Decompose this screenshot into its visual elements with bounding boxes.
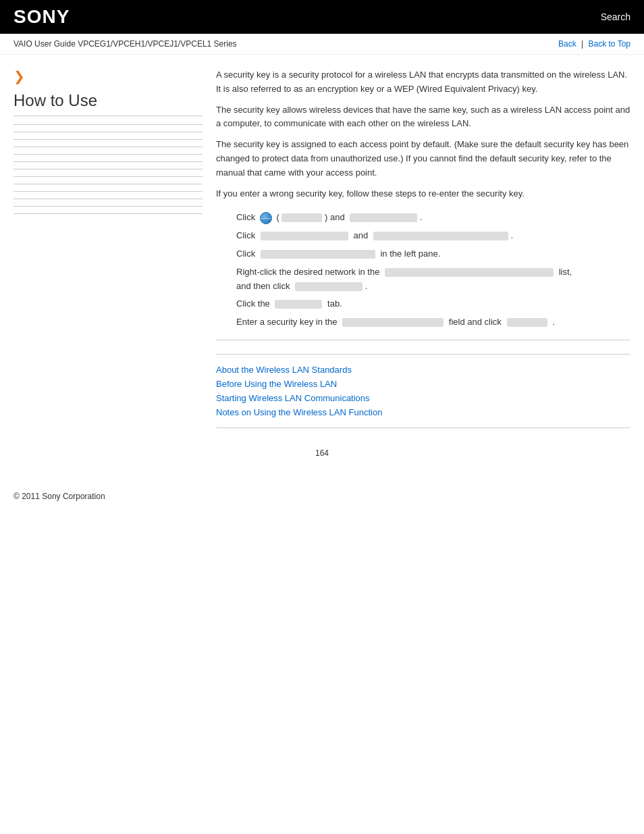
step-1-period: . [420,212,423,222]
step-5-click: Click the [236,298,270,309]
search-button[interactable]: Search [601,11,630,22]
paragraph-2: The security key allows wireless devices… [216,103,630,132]
related-link-1[interactable]: About the Wireless LAN Standards [216,365,630,375]
related-link-3[interactable]: Starting Wireless LAN Communications [216,393,630,403]
step-1-blur-2 [350,213,417,222]
sidebar-divider-5 [14,154,203,155]
step-4-b: and then click [236,281,290,291]
sony-logo: SONY [14,6,70,28]
step-2-blur-1 [261,232,348,240]
step-4-text: Right-click the desired network in the l… [236,265,630,294]
nav-links: Back | Back to Top [558,39,630,49]
step-2-click: Click [236,230,255,240]
step-2-blur-2 [373,232,508,240]
breadcrumb-bar: VAIO User Guide VPCEG1/VPCEH1/VPCEJ1/VPC… [0,34,644,55]
step-4-blur-1 [385,268,554,277]
sidebar-divider-13 [14,213,203,214]
step-1-paren: ( [276,212,279,222]
sidebar-divider-3 [14,139,203,140]
step-1: Click ( ) and . [216,211,630,225]
related-link-4[interactable]: Notes on Using the Wireless LAN Function [216,407,630,417]
step-4: Right-click the desired network in the l… [216,265,630,294]
sidebar-divider-6 [14,161,203,162]
related-link-2[interactable]: Before Using the Wireless LAN [216,379,630,389]
sidebar-divider-1 [14,124,203,125]
nav-separator: | [581,39,585,49]
related-links: About the Wireless LAN Standards Before … [216,354,630,417]
content-divider-1 [216,340,630,340]
step-4-period: . [365,281,368,291]
step-6-text: Enter a security key in the field and cl… [236,315,630,330]
step-2-text: Click and . [236,229,630,243]
step-3-text: Click in the left pane. [236,247,630,261]
page-number: 164 [0,442,644,465]
sidebar-title: How to Use [14,91,203,116]
header: SONY Search [0,0,644,34]
step-1-click: Click [236,212,255,222]
sidebar-divider-7 [14,169,203,170]
sidebar-divider-12 [14,206,203,207]
step-4-rightclick: Right-click the desired network in the [236,267,379,277]
step-4-end: list, [559,267,572,277]
breadcrumb: VAIO User Guide VPCEG1/VPCEH1/VPCEJ1/VPC… [14,39,237,49]
step-1-blur-1 [281,213,322,222]
step-3: Click in the left pane. [216,247,630,261]
back-link[interactable]: Back [558,39,576,49]
step-2-and: and [353,230,368,240]
main-layout: ❯ How to Use A security key is a securit… [0,55,644,442]
step-5-blur [275,300,322,309]
step-3-click: Click [236,249,255,259]
sidebar-divider-10 [14,191,203,192]
step-6: Enter a security key in the field and cl… [216,315,630,330]
globe-icon [260,212,272,224]
sidebar: ❯ How to Use [14,68,203,428]
sidebar-arrow: ❯ [14,68,203,84]
step-3-blur [261,250,375,259]
step-6-blur-1 [342,318,444,327]
step-6-blur-2 [507,318,547,327]
sidebar-divider-9 [14,184,203,184]
step-6-enter: Enter a security key in the [236,317,338,327]
steps-section: Click ( ) and . Click and . [216,211,630,330]
sidebar-divider-8 [14,176,203,177]
related-links-border [216,427,630,428]
step-3-end: in the left pane. [380,249,440,259]
step-6-end: . [552,317,555,327]
copyright: © 2011 Sony Corporation [14,492,105,501]
back-to-top-link[interactable]: Back to Top [589,39,630,49]
step-5: Click the tab. [216,297,630,311]
step-1-and: ) and [325,212,345,222]
sidebar-divider-2 [14,132,203,132]
paragraph-3: The security key is assigned to each acc… [216,138,630,180]
step-4-blur-2 [295,282,363,291]
sidebar-divider-4 [14,147,203,147]
sidebar-divider-11 [14,199,203,199]
step-1-text: Click ( ) and . [236,211,630,225]
step-2: Click and . [216,229,630,243]
content-area: A security key is a security protocol fo… [216,68,630,428]
footer: © 2011 Sony Corporation [0,478,644,515]
step-5-text: Click the tab. [236,297,630,311]
paragraph-1: A security key is a security protocol fo… [216,68,630,97]
step-5-end: tab. [327,298,342,309]
step-6-mid: field and click [449,317,502,327]
paragraph-4: If you enter a wrong security key, follo… [216,187,630,201]
step-2-period: . [510,230,513,240]
